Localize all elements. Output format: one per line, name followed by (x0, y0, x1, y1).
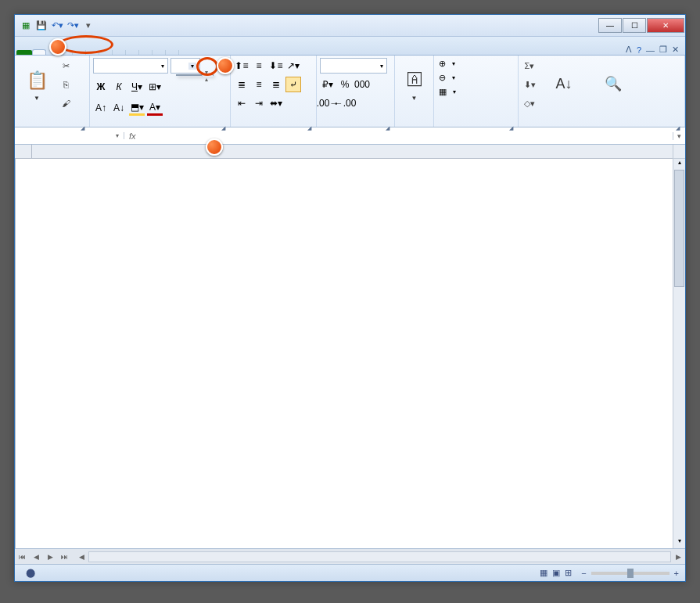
align-top-icon[interactable]: ⬆≡ (234, 58, 249, 74)
tab-nav-last-icon[interactable]: ⏭ (57, 550, 71, 564)
font-size-combo[interactable]: ▾ (171, 58, 200, 74)
fx-icon[interactable]: fx (129, 131, 136, 141)
macro-record-icon[interactable]: ⬤ (26, 568, 35, 578)
grid-body[interactable] (16, 159, 673, 548)
tab-nav-next-icon[interactable]: ▶ (43, 550, 57, 564)
increase-indent-icon[interactable]: ⇥ (251, 95, 267, 111)
tab-review[interactable] (99, 50, 113, 55)
autosum-icon[interactable]: Σ▾ (522, 58, 537, 74)
styles-button[interactable]: 🄰 ▼ (398, 58, 430, 111)
group-clipboard: 📋 ▼ ✂ ⎘ 🖌 (15, 56, 90, 127)
font-color-button[interactable]: A▾ (147, 100, 163, 116)
help-icon[interactable]: ? (637, 45, 641, 55)
expand-formula-bar-icon[interactable]: ▾ (673, 132, 685, 140)
maximize-button[interactable]: ☐ (623, 18, 646, 33)
fill-color-button[interactable]: ⬒▾ (129, 100, 145, 116)
comma-format-icon[interactable]: 000 (354, 77, 370, 92)
fill-icon[interactable]: ⬇▾ (522, 77, 537, 92)
tab-formulas[interactable] (73, 50, 86, 55)
increase-font-icon[interactable]: A↑ (93, 100, 109, 116)
sort-filter-icon: A↓ (551, 71, 576, 96)
align-middle-icon[interactable]: ≡ (251, 58, 267, 74)
view-layout-icon[interactable]: ▣ (552, 568, 560, 578)
undo-icon[interactable]: ↶▾ (51, 20, 63, 32)
align-left-icon[interactable]: ≣ (234, 77, 249, 92)
dropdown-scrollbar[interactable] (202, 75, 213, 77)
find-select-button[interactable]: 🔍 (591, 58, 636, 111)
align-bottom-icon[interactable]: ⬇≡ (268, 58, 284, 74)
select-all-corner[interactable] (15, 145, 32, 159)
callout-badge-2 (217, 57, 234, 74)
tab-file[interactable] (16, 50, 32, 55)
number-format-combo[interactable]: ▾ (320, 58, 387, 74)
sort-filter-button[interactable]: A↓ (540, 58, 588, 111)
horizontal-scrollbar[interactable]: ◀ ▶ (74, 550, 685, 564)
bold-button[interactable]: Ж (93, 79, 109, 95)
doc-close-icon[interactable]: ✕ (672, 45, 679, 55)
tab-addins[interactable] (139, 50, 153, 55)
view-break-icon[interactable]: ⊞ (565, 568, 572, 578)
name-box[interactable]: ▾ (15, 132, 124, 139)
insert-cells-icon: ⊕ (439, 59, 446, 69)
tab-nav-first-icon[interactable]: ⏮ (15, 550, 29, 564)
qat-more-icon[interactable]: ▾ (82, 20, 95, 32)
decrease-indent-icon[interactable]: ⇤ (234, 95, 249, 111)
minimize-button[interactable]: — (598, 18, 622, 33)
close-button[interactable]: ✕ (647, 18, 684, 33)
format-painter-icon[interactable]: 🖌 (58, 95, 74, 111)
zoom-slider[interactable] (591, 572, 669, 575)
scroll-up-icon[interactable]: ▴ (673, 159, 685, 170)
clear-icon[interactable]: ◇▾ (522, 95, 537, 111)
align-right-icon[interactable]: ≣ (268, 77, 284, 92)
font-size-dropdown[interactable] (176, 74, 214, 76)
excel-icon: ▦ (20, 20, 32, 32)
format-cells-button[interactable]: ▦▾ (437, 86, 458, 98)
wrap-text-icon[interactable]: ⤶ (285, 77, 301, 92)
tab-nav-prev-icon[interactable]: ◀ (29, 550, 43, 564)
zoom-out-icon[interactable]: − (581, 569, 586, 578)
accounting-format-icon[interactable]: ₽▾ (320, 77, 336, 92)
redo-icon[interactable]: ↷▾ (66, 20, 79, 32)
ribbon: 📋 ▼ ✂ ⎘ 🖌 ▾ ▾ Ж (15, 56, 685, 127)
copy-icon[interactable]: ⎘ (58, 77, 74, 92)
view-normal-icon[interactable]: ▦ (540, 568, 547, 578)
tab-view[interactable] (113, 50, 126, 55)
percent-format-icon[interactable]: % (337, 77, 353, 92)
scroll-down-icon[interactable]: ▾ (673, 537, 685, 548)
group-font-label (93, 124, 227, 127)
align-center-icon[interactable]: ≡ (251, 77, 267, 92)
tab-abbyy[interactable] (166, 50, 179, 55)
tab-developer[interactable] (126, 50, 139, 55)
group-alignment-label (234, 124, 313, 127)
doc-minimize-icon[interactable]: — (646, 45, 655, 55)
hscroll-right-icon[interactable]: ▶ (671, 550, 685, 564)
font-name-combo[interactable]: ▾ (93, 58, 168, 74)
hscroll-left-icon[interactable]: ◀ (74, 550, 88, 564)
paste-button[interactable]: 📋 ▼ (18, 58, 56, 111)
group-number: ▾ ₽▾ % 000 .00→ ←.00 (317, 56, 395, 127)
tab-home[interactable] (32, 49, 46, 55)
doc-restore-icon[interactable]: ❐ (659, 45, 667, 55)
vertical-scrollbar[interactable]: ▴ ▾ (673, 145, 685, 548)
italic-button[interactable]: К (111, 79, 127, 95)
decrease-decimal-icon[interactable]: ←.00 (337, 95, 353, 111)
cut-icon[interactable]: ✂ (58, 58, 74, 74)
delete-cells-button[interactable]: ⊖▾ (437, 72, 457, 84)
merge-button[interactable]: ⬌▾ (268, 95, 284, 111)
window-controls: — ☐ ✕ (598, 18, 685, 33)
delete-cells-icon: ⊖ (439, 73, 446, 83)
save-icon[interactable]: 💾 (35, 20, 48, 32)
ribbon-minimize-icon[interactable]: ᐱ (626, 45, 632, 55)
underline-button[interactable]: Ч▾ (129, 79, 145, 95)
orientation-icon[interactable]: ↗▾ (285, 58, 301, 74)
zoom-in-icon[interactable]: + (674, 569, 679, 578)
group-cells: ⊕▾ ⊖▾ ▦▾ (434, 56, 519, 127)
decrease-font-icon[interactable]: A↓ (111, 100, 127, 116)
border-button[interactable]: ⊞▾ (147, 79, 163, 95)
tab-data[interactable] (86, 50, 99, 55)
insert-cells-button[interactable]: ⊕▾ (437, 58, 457, 70)
group-editing-label (522, 124, 681, 127)
font-size-dropdown-arrow[interactable]: ▾ (188, 63, 196, 70)
tab-foxit[interactable] (153, 50, 166, 55)
group-editing: Σ▾ ⬇▾ ◇▾ A↓ 🔍 (519, 56, 685, 127)
